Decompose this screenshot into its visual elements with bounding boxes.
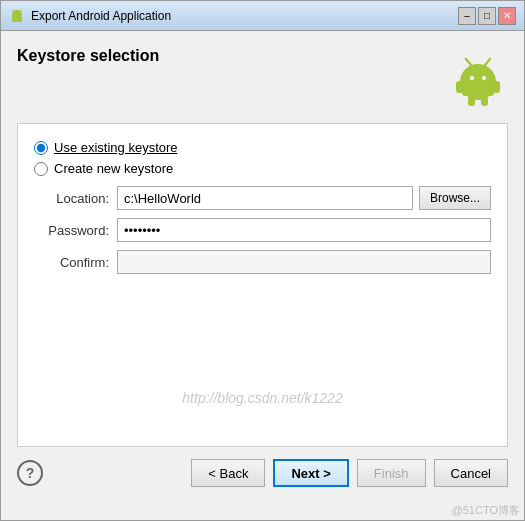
svg-rect-11 [493,81,500,93]
confirm-input[interactable] [117,250,491,274]
window-title: Export Android Application [31,9,171,23]
cancel-button[interactable]: Cancel [434,459,508,487]
svg-rect-12 [468,96,475,106]
browse-button[interactable]: Browse... [419,186,491,210]
use-existing-label[interactable]: Use existing keystore [54,140,178,155]
title-bar-left: Export Android Application [9,8,171,24]
password-row: Password: [34,218,491,242]
form-area: Use existing keystore Create new keystor… [17,123,508,447]
svg-line-2 [13,10,14,12]
window-icon [9,8,25,24]
bottom-credit: @51CTO博客 [1,503,524,520]
use-existing-radio[interactable] [34,141,48,155]
export-dialog: Export Android Application – □ ✕ Keystor… [0,0,525,521]
maximize-button[interactable]: □ [478,7,496,25]
next-button[interactable]: Next > [273,459,348,487]
location-row: Location: Browse... [34,186,491,210]
footer-left: ? [17,460,43,486]
radio-group: Use existing keystore Create new keystor… [34,140,491,176]
svg-rect-13 [481,96,488,106]
svg-point-6 [470,76,474,80]
svg-line-9 [485,59,490,65]
radio-item-create: Create new keystore [34,161,491,176]
svg-point-7 [482,76,486,80]
confirm-row: Confirm: [34,250,491,274]
page-title: Keystore selection [17,47,159,65]
title-bar-controls: – □ ✕ [458,7,516,25]
android-logo [448,47,508,107]
password-input[interactable] [117,218,491,242]
title-bar: Export Android Application – □ ✕ [1,1,524,31]
dialog-content: Keystore selection [1,31,524,503]
svg-rect-5 [462,80,494,96]
create-new-label[interactable]: Create new keystore [54,161,173,176]
confirm-label: Confirm: [34,255,109,270]
svg-line-8 [466,59,471,65]
watermark: http://blog.csdn.net/k1222 [18,390,507,406]
footer-right: < Back Next > Finish Cancel [191,459,508,487]
svg-rect-1 [12,17,22,22]
location-input[interactable] [117,186,413,210]
location-label: Location: [34,191,109,206]
footer: ? < Back Next > Finish Cancel [17,447,508,487]
svg-rect-10 [456,81,463,93]
help-button[interactable]: ? [17,460,43,486]
minimize-button[interactable]: – [458,7,476,25]
radio-item-existing: Use existing keystore [34,140,491,155]
svg-line-3 [20,10,21,12]
password-label: Password: [34,223,109,238]
header-row: Keystore selection [17,47,508,107]
create-new-radio[interactable] [34,162,48,176]
finish-button[interactable]: Finish [357,459,426,487]
back-button[interactable]: < Back [191,459,265,487]
close-button[interactable]: ✕ [498,7,516,25]
